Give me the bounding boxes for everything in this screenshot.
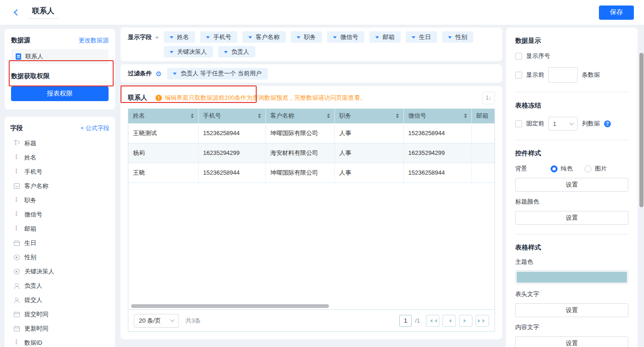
datasource-title: 数据源: [11, 36, 30, 45]
table-cell: 15236258944: [403, 163, 472, 182]
bg-set-button[interactable]: 设置: [515, 178, 628, 192]
display-field-chip[interactable]: 邮箱: [369, 31, 401, 43]
page-title[interactable]: 联系人: [29, 6, 58, 19]
bg-solid-radio[interactable]: 纯色: [551, 165, 573, 173]
chip-label: 职务: [304, 33, 316, 41]
show-first-suffix: 条数据: [582, 71, 600, 79]
column-header[interactable]: 邮箱: [472, 109, 495, 123]
field-item[interactable]: 提交人: [10, 293, 109, 307]
pagination-bar: 20 条/页 共3条 1 /1: [128, 310, 495, 332]
table-cell: [472, 123, 495, 143]
warning-icon: !: [155, 95, 162, 101]
column-header[interactable]: 微信号: [403, 109, 472, 123]
filter-condition-chip[interactable]: 负责人 等于任意一个 当前用户: [167, 68, 267, 80]
next-page-button[interactable]: [459, 315, 472, 327]
field-item[interactable]: 手机号: [10, 165, 109, 179]
show-first-checkbox[interactable]: [515, 72, 522, 79]
display-field-chip[interactable]: 负责人: [218, 46, 255, 57]
double-left-arrow-icon: [428, 319, 432, 323]
save-button[interactable]: 保存: [599, 6, 634, 20]
field-list: 标题姓名手机号客户名称职务微信号邮箱生日性别关键决策人负责人提交人提交时间更新时…: [10, 136, 109, 347]
first-page-button[interactable]: [426, 315, 439, 327]
theme-color-label: 主题色: [515, 258, 628, 266]
field-item[interactable]: 姓名: [10, 150, 109, 165]
back-chevron-icon: [14, 9, 20, 16]
title-color-set-button[interactable]: 设置: [515, 211, 628, 225]
text-icon: [14, 169, 20, 175]
sort-arrows-icon[interactable]: [327, 112, 330, 119]
report-editor-page: 联系人 保存 数据源 更改数据源 联系人 数据获取权限 报表权限 字段: [0, 0, 644, 347]
field-label: 生日: [24, 239, 36, 247]
display-field-chip[interactable]: 生日: [406, 31, 437, 43]
display-field-chip[interactable]: 微信号: [327, 31, 364, 43]
display-field-chip[interactable]: 手机号: [200, 31, 237, 43]
field-item[interactable]: 职务: [10, 193, 109, 207]
add-formula-field-link[interactable]: + 公式字段: [80, 124, 109, 132]
field-label: 标题: [24, 139, 36, 148]
chip-label: 生日: [419, 33, 431, 41]
page-size-select[interactable]: 20 条/页: [134, 314, 179, 328]
current-page-input[interactable]: 1: [399, 315, 412, 327]
show-first-count-input[interactable]: [548, 67, 578, 83]
field-label: 手机号: [24, 168, 42, 176]
text-icon: [14, 226, 20, 232]
column-header[interactable]: 职务: [334, 109, 403, 123]
field-item[interactable]: 邮箱: [10, 222, 109, 236]
field-item[interactable]: 提交时间: [10, 307, 109, 321]
table-cell: 杨莉: [128, 143, 198, 163]
freeze-count-select[interactable]: 1: [548, 117, 578, 131]
filter-label: 过滤条件: [128, 69, 152, 78]
datasource-item[interactable]: 联系人: [11, 49, 109, 64]
vertical-scrollbar[interactable]: [639, 53, 644, 207]
change-datasource-link[interactable]: 更改数据源: [79, 36, 109, 45]
column-header[interactable]: 姓名: [128, 109, 198, 123]
table-cell: 王晓: [128, 163, 198, 182]
display-field-chip[interactable]: 姓名: [164, 31, 195, 43]
horizontal-scrollbar[interactable]: [131, 304, 329, 308]
field-item[interactable]: 客户名称: [10, 179, 109, 193]
prev-page-button[interactable]: [443, 315, 456, 327]
header-text-set-button[interactable]: 设置: [515, 303, 628, 317]
table-cell: 坤曜国际有限公司: [265, 163, 334, 182]
bg-image-label: 图片: [595, 165, 607, 173]
column-header[interactable]: 客户名称: [265, 109, 334, 123]
field-item[interactable]: 微信号: [10, 207, 109, 222]
field-item[interactable]: 标题: [10, 136, 109, 150]
sort-arrows-icon[interactable]: [258, 112, 261, 119]
table-style-title: 表格样式: [515, 244, 628, 252]
display-field-chip[interactable]: 性别: [442, 31, 473, 43]
last-page-button[interactable]: [476, 315, 489, 327]
data-display-title: 数据显示: [515, 37, 628, 45]
field-item[interactable]: 性别: [10, 250, 109, 264]
field-item[interactable]: 生日: [10, 236, 109, 250]
dropdown-triangle-icon: [448, 36, 452, 40]
field-item[interactable]: 更新时间: [10, 321, 109, 336]
chip-label: 负责人: [231, 48, 249, 56]
show-index-checkbox[interactable]: [515, 53, 522, 60]
back-button[interactable]: [10, 6, 22, 18]
freeze-checkbox[interactable]: [515, 120, 522, 127]
chip-label: 邮箱: [383, 33, 395, 41]
theme-color-swatch[interactable]: [515, 270, 628, 284]
help-icon[interactable]: ?: [604, 120, 611, 127]
field-item[interactable]: 关键决策人: [10, 264, 109, 279]
column-header[interactable]: 手机号: [198, 109, 265, 123]
gear-icon[interactable]: ⚙: [155, 70, 161, 77]
field-item[interactable]: 负责人: [10, 279, 109, 293]
display-field-chip[interactable]: 关键决策人: [164, 46, 213, 57]
table-cell: 人事: [334, 123, 403, 143]
display-field-chip[interactable]: 职务: [291, 31, 322, 43]
sort-arrows-icon[interactable]: [464, 112, 467, 119]
sort-order-button[interactable]: 1↓: [482, 91, 495, 104]
field-label: 姓名: [24, 154, 36, 162]
display-field-chip[interactable]: 客户名称: [242, 31, 286, 43]
content-text-set-button[interactable]: 设置: [515, 336, 628, 347]
bg-image-radio[interactable]: 图片: [585, 165, 607, 173]
sort-arrows-icon[interactable]: [396, 112, 399, 119]
field-item[interactable]: 数据ID: [10, 336, 109, 347]
report-permission-button[interactable]: 报表权限: [11, 86, 109, 101]
sort-arrows-icon[interactable]: [191, 112, 194, 119]
add-display-field-button[interactable]: +: [155, 31, 159, 43]
preview-notice-text: 编辑界面只取数据源前200条作为查询数据预览，完整数据请访问页面查看。: [165, 94, 366, 102]
dropdown-triangle-icon: [248, 36, 252, 40]
